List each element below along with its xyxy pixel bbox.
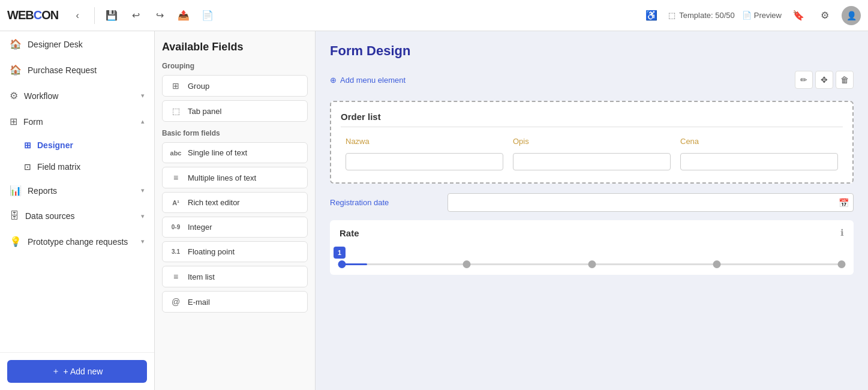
table-row bbox=[341, 151, 843, 173]
slider-marker-100[interactable] bbox=[838, 260, 846, 268]
rate-slider-track bbox=[342, 263, 842, 265]
sidebar-item-designer[interactable]: ⊞ Designer bbox=[0, 134, 154, 156]
collapse-sidebar-button[interactable]: ‹ bbox=[68, 6, 87, 25]
avatar: 👤 bbox=[842, 6, 861, 25]
plus-circle-icon: ⊕ bbox=[330, 76, 337, 85]
sidebar-label-prototype: Prototype change requests bbox=[28, 237, 135, 247]
fields-panel-title: Available Fields bbox=[162, 41, 308, 53]
home-icon: 🏠 bbox=[10, 38, 22, 50]
rich-text-icon: A¹ bbox=[170, 199, 182, 206]
designer-icon: ⊞ bbox=[24, 140, 31, 150]
sidebar-item-data-sources[interactable]: 🗄 Data sources ▾ bbox=[0, 203, 154, 229]
order-list-table: Nazwa Opis Cena bbox=[341, 134, 843, 173]
multi-line-icon: ≡ bbox=[170, 173, 182, 182]
column-header-nazwa: Nazwa bbox=[341, 134, 508, 151]
sidebar-item-purchase-request[interactable]: 🏠 Purchase Request bbox=[0, 57, 154, 83]
field-item-item-list[interactable]: ≡ Item list bbox=[162, 266, 308, 287]
registration-date-input[interactable] bbox=[447, 193, 854, 212]
slider-marker-50[interactable] bbox=[588, 260, 596, 268]
settings-button[interactable]: ⚙ bbox=[815, 6, 834, 25]
field-matrix-icon: ⊡ bbox=[24, 162, 31, 172]
cena-input[interactable] bbox=[680, 153, 838, 170]
home-icon-2: 🏠 bbox=[10, 64, 22, 76]
plus-icon: ＋ bbox=[52, 366, 60, 377]
group-title-input[interactable] bbox=[341, 112, 843, 122]
chevron-down-icon: ▾ bbox=[141, 92, 145, 100]
slider-marker-25[interactable] bbox=[463, 260, 471, 268]
chevron-down-icon-ds: ▾ bbox=[141, 212, 145, 220]
preview-label: Preview bbox=[754, 11, 782, 20]
order-list-group: Nazwa Opis Cena bbox=[330, 101, 854, 184]
tab-panel-icon: ⬚ bbox=[170, 106, 182, 116]
delete-icon-button[interactable]: 🗑 bbox=[836, 71, 854, 89]
column-header-cena: Cena bbox=[675, 134, 843, 151]
sidebar: 🏠 Designer Desk 🏠 Purchase Request ⚙ Wor… bbox=[0, 31, 155, 390]
field-item-rich-text[interactable]: A¹ Rich text editor bbox=[162, 192, 308, 213]
template-icon: ⬚ bbox=[668, 11, 675, 20]
basic-section-label: Basic form fields bbox=[162, 129, 308, 137]
template-info: ⬚ Template: 50/50 bbox=[668, 11, 735, 20]
registration-date-row: Registration date 📅 bbox=[330, 193, 854, 212]
field-item-tab-panel[interactable]: ⬚ Tab panel bbox=[162, 100, 308, 122]
move-icon-button[interactable]: ✥ bbox=[815, 71, 833, 89]
group-icon: ⊞ bbox=[170, 81, 182, 91]
sidebar-label-purchase-request: Purchase Request bbox=[28, 65, 145, 75]
sidebar-label-data-sources: Data sources bbox=[25, 211, 135, 221]
redo-button[interactable]: ↪ bbox=[150, 6, 169, 25]
sidebar-item-reports[interactable]: 📊 Reports ▾ bbox=[0, 178, 154, 203]
group-title-row bbox=[341, 112, 843, 127]
rate-label: Rate bbox=[340, 228, 359, 238]
sidebar-item-workflow[interactable]: ⚙ Workflow ▾ bbox=[0, 83, 154, 109]
field-item-email[interactable]: @ E-mail bbox=[162, 291, 308, 313]
template-label: Template: 50/50 bbox=[679, 11, 735, 20]
form-icon: ⊞ bbox=[10, 116, 17, 127]
registration-date-label: Registration date bbox=[330, 198, 438, 207]
accessibility-button[interactable]: ♿ bbox=[642, 6, 661, 25]
add-menu-element-button[interactable]: ⊕ Add menu element bbox=[330, 76, 406, 85]
form-design-toolbar: ⊕ Add menu element ✏ ✥ 🗑 bbox=[316, 66, 868, 94]
field-item-multi-line[interactable]: ≡ Multiple lines of text bbox=[162, 167, 308, 188]
main-layout: 🏠 Designer Desk 🏠 Purchase Request ⚙ Wor… bbox=[0, 31, 868, 390]
sidebar-label-reports: Reports bbox=[28, 186, 135, 196]
sidebar-item-form[interactable]: ⊞ Form ▴ bbox=[0, 109, 154, 134]
main-toolbar: WEBCON ‹ 💾 ↩ ↪ 📤 📄 ♿ ⬚ Template: 50/50 📄… bbox=[0, 0, 868, 31]
email-icon: @ bbox=[170, 297, 182, 307]
rate-row: Rate ℹ 1 bbox=[330, 220, 854, 275]
field-item-single-line[interactable]: abc Single line of text bbox=[162, 142, 308, 163]
chevron-down-icon-reports: ▾ bbox=[141, 187, 145, 194]
sidebar-item-prototype[interactable]: 💡 Prototype change requests ▾ bbox=[0, 229, 154, 254]
single-line-icon: abc bbox=[170, 149, 182, 157]
field-label-item-list: Item list bbox=[188, 272, 215, 281]
workflow-icon: ⚙ bbox=[10, 90, 18, 101]
copy-button[interactable]: 📄 bbox=[198, 6, 217, 25]
preview-icon: 📄 bbox=[742, 11, 752, 20]
reports-icon: 📊 bbox=[10, 185, 22, 196]
opis-input[interactable] bbox=[513, 153, 671, 170]
field-item-floating-point[interactable]: 3.1 Floating point bbox=[162, 241, 308, 262]
slider-marker-0[interactable] bbox=[338, 260, 346, 268]
info-icon[interactable]: ℹ bbox=[840, 227, 844, 238]
rate-header: Rate ℹ bbox=[340, 227, 844, 238]
save-alt-button[interactable]: 📤 bbox=[174, 6, 193, 25]
sidebar-label-field-matrix: Field matrix bbox=[37, 162, 80, 172]
sidebar-item-designer-desk[interactable]: 🏠 Designer Desk bbox=[0, 31, 154, 57]
field-item-group[interactable]: ⊞ Group bbox=[162, 75, 308, 97]
main-content: Form Design ⊕ Add menu element ✏ ✥ 🗑 bbox=[316, 31, 868, 390]
app-logo: WEBCON bbox=[7, 8, 58, 22]
sidebar-bottom: ＋ + Add new bbox=[0, 352, 154, 390]
edit-icon-button[interactable]: ✏ bbox=[795, 71, 813, 89]
preview-button[interactable]: 📄 Preview bbox=[742, 11, 782, 20]
sidebar-label-form: Form bbox=[23, 117, 135, 127]
save-button[interactable]: 💾 bbox=[102, 6, 121, 25]
registration-date-input-wrap: 📅 bbox=[447, 193, 854, 212]
nazwa-input[interactable] bbox=[346, 153, 503, 170]
add-new-button[interactable]: ＋ + Add new bbox=[7, 360, 147, 383]
undo-button[interactable]: ↩ bbox=[126, 6, 145, 25]
prototype-icon: 💡 bbox=[10, 236, 22, 247]
slider-marker-75[interactable] bbox=[713, 260, 720, 268]
sidebar-item-field-matrix[interactable]: ⊡ Field matrix bbox=[0, 156, 154, 178]
fields-panel: Available Fields Grouping ⊞ Group ⬚ Tab … bbox=[155, 31, 316, 390]
bookmark-button[interactable]: 🔖 bbox=[789, 6, 808, 25]
toolbar-divider bbox=[94, 7, 95, 24]
field-item-integer[interactable]: 0-9 Integer bbox=[162, 217, 308, 238]
